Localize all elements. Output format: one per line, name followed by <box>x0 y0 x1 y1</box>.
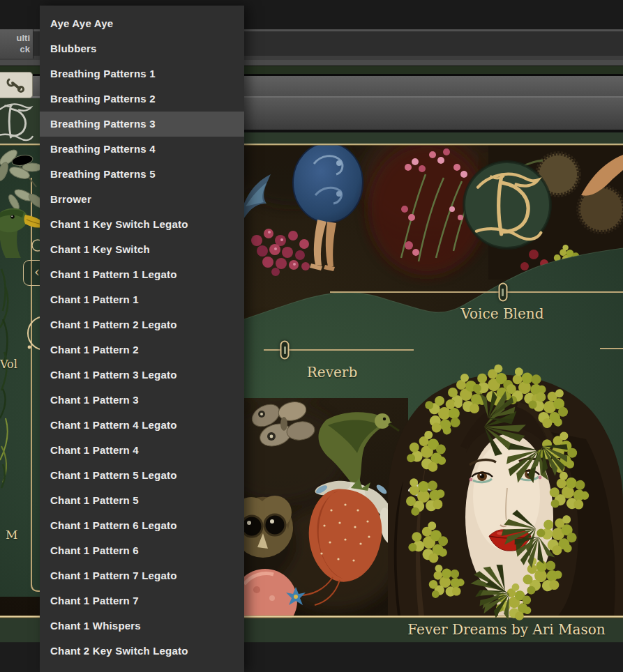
preset-menu-item-label: Chant 1 Pattern 5 <box>50 494 139 506</box>
preset-menu-item[interactable]: Chant 1 Pattern 4 Legato <box>40 413 244 438</box>
edit-instrument-button[interactable] <box>0 72 33 98</box>
preset-menu-item[interactable]: Chant 1 Pattern 6 <box>40 538 244 563</box>
preset-menu-item-label: Chant 1 Pattern 6 Legato <box>50 519 177 531</box>
voice-blend-label: Voice Blend <box>446 305 558 322</box>
preset-menu-item[interactable]: Chant 1 Pattern 6 Legato <box>40 513 244 538</box>
reverb-slider-handle[interactable] <box>280 341 290 360</box>
preset-menu-item-label: Chant 1 Pattern 2 <box>50 344 139 356</box>
voice-blend-slider-track[interactable] <box>330 291 623 293</box>
preset-menu-item[interactable]: Chant 2 Key Switch Legato <box>40 639 244 664</box>
preset-menu-item-label: Blubbers <box>50 43 97 54</box>
rack-tab-label: ulti <box>0 33 30 44</box>
preset-menu-item[interactable]: Breathing Patterns 4 <box>40 137 244 162</box>
rack-tab-label: ck <box>0 44 30 55</box>
preset-menu-item-label: Chant 1 Pattern 7 <box>50 595 139 606</box>
preset-menu-item[interactable]: Chant 1 Pattern 1 <box>40 287 244 312</box>
preset-menu-item[interactable]: Breathing Patterns 5 <box>40 162 244 187</box>
preset-menu-item-label: Breathing Patterns 2 <box>50 93 156 105</box>
edge-slider-track[interactable] <box>600 348 623 349</box>
preset-menu-item[interactable]: Chant 1 Whispers <box>40 613 244 639</box>
preset-menu-item-label: Chant 1 Pattern 4 <box>50 444 139 456</box>
instrument-logo-header <box>0 98 40 144</box>
preset-menu-item-label: Chant 1 Pattern 7 Legato <box>50 570 177 581</box>
preset-menu-item[interactable]: Chant 1 Pattern 7 <box>40 588 244 613</box>
preset-menu-item[interactable]: Chant 1 Pattern 5 <box>40 488 244 513</box>
preset-menu-item[interactable]: Breathing Patterns 3 <box>40 112 244 137</box>
preset-menu-item[interactable]: Chant 1 Key Switch Legato <box>40 212 244 237</box>
reverb-label: Reverb <box>283 364 381 381</box>
volume-label: Vol <box>0 358 24 371</box>
fd-monogram-icon <box>0 104 33 140</box>
preset-dropdown-menu[interactable]: Aye Aye Aye Blubbers Breathing Patterns … <box>40 6 244 672</box>
preset-menu-item[interactable]: Brrower <box>40 187 244 212</box>
logo-plaque <box>463 160 552 250</box>
preset-menu-item-label: Chant 1 Pattern 5 Legato <box>50 469 177 481</box>
preset-menu-item[interactable]: Breathing Patterns 2 <box>40 86 244 112</box>
preset-menu-item[interactable]: Chant 1 Pattern 7 Legato <box>40 563 244 588</box>
voice-blend-slider-handle[interactable] <box>498 283 507 302</box>
preset-menu-item-label: Chant 1 Pattern 2 Legato <box>50 319 177 330</box>
multi-rack-tab[interactable]: ulti ck <box>0 29 33 59</box>
preset-menu-item[interactable]: Chant 1 Key Switch <box>40 237 244 262</box>
preset-menu-item[interactable]: Chant 1 Pattern 4 <box>40 438 244 463</box>
preset-menu-item[interactable]: Chant 1 Pattern 3 <box>40 388 244 413</box>
preset-menu-item-label: Breathing Patterns 1 <box>50 68 156 79</box>
preset-menu-item-label: Chant 1 Key Switch Legato <box>50 218 188 230</box>
preset-menu-item-label: Chant 1 Pattern 3 Legato <box>50 369 177 381</box>
preset-menu-item-label: Chant 1 Whispers <box>50 620 141 632</box>
preset-menu-item-label: Chant 1 Pattern 1 <box>50 293 139 305</box>
preset-menu-item[interactable]: Chant 1 Pattern 5 Legato <box>40 463 244 488</box>
preset-menu-item-label: Chant 1 Pattern 3 <box>50 394 139 406</box>
reverb-slider-track[interactable] <box>264 349 414 351</box>
preset-menu-item[interactable]: Breathing Patterns 1 <box>40 61 244 86</box>
preset-menu-item-label: Brrower <box>50 193 91 205</box>
preset-menu-item-label: Chant 1 Pattern 6 <box>50 544 139 556</box>
preset-menu-item-label: Aye Aye Aye <box>50 17 113 29</box>
preset-menu-item-label: Breathing Patterns 4 <box>50 143 156 155</box>
instrument-title: Fever Dreams by Ari Mason <box>388 621 623 638</box>
preset-menu-item[interactable]: Chant 2 Key Switch <box>40 664 244 672</box>
preset-menu-item-label: Chant 2 Key Switch Legato <box>50 645 188 657</box>
preset-menu-item[interactable]: Blubbers <box>40 36 244 61</box>
plugin-window: ulti ck Voice Blend Reverb ‹ Vol M Fever <box>0 0 623 672</box>
preset-menu-item[interactable]: Chant 1 Pattern 2 <box>40 337 244 362</box>
back-arrow-icon: ‹ <box>34 264 40 280</box>
preset-menu-item-label: Breathing Patterns 5 <box>50 168 156 180</box>
mod-label: M <box>6 528 20 542</box>
preset-menu-item-label: Chant 1 Key Switch <box>50 243 150 255</box>
preset-menu-item-label: Chant 1 Pattern 1 Legato <box>50 268 177 280</box>
preset-menu-item-label: Chant 1 Pattern 4 Legato <box>50 419 177 431</box>
preset-menu-item[interactable]: Chant 1 Pattern 2 Legato <box>40 312 244 337</box>
preset-menu-item[interactable]: Chant 1 Pattern 3 Legato <box>40 362 244 388</box>
wrench-icon <box>6 77 26 93</box>
preset-menu-item-label: Breathing Patterns 3 <box>50 118 156 130</box>
preset-menu-item[interactable]: Aye Aye Aye <box>40 11 244 36</box>
preset-menu-item[interactable]: Chant 1 Pattern 1 Legato <box>40 262 244 287</box>
